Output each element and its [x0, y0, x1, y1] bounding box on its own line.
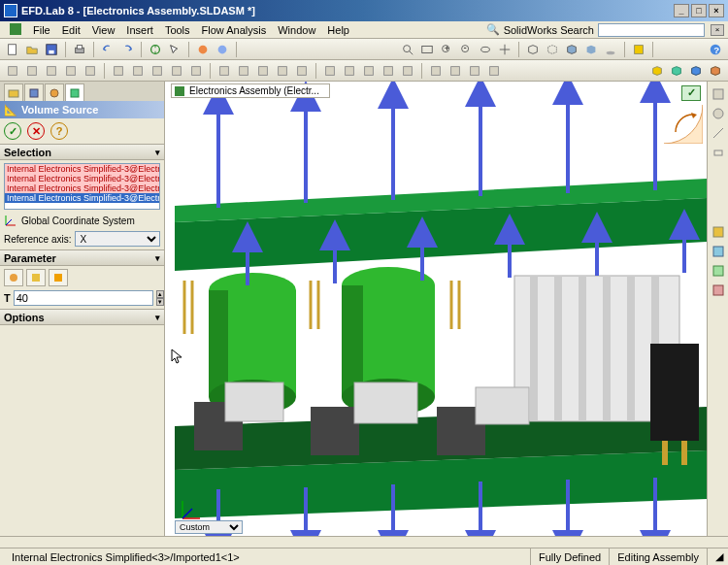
param-btn-2[interactable] [26, 269, 46, 286]
view-orientation-dropdown[interactable]: Custom [175, 520, 243, 534]
tb-redo[interactable] [118, 41, 136, 58]
ref-axis-select[interactable]: X [75, 231, 160, 247]
side-tab-config[interactable] [45, 83, 64, 101]
tb-select[interactable] [166, 41, 183, 58]
selection-item[interactable]: Internal Electronics Simplified-3@Electr [5, 164, 159, 174]
tb-new[interactable] [4, 41, 21, 58]
menu-view[interactable]: View [86, 22, 121, 38]
rb-7[interactable] [710, 262, 727, 280]
temp-spinner[interactable]: ▲▼ [156, 290, 164, 306]
tb2-btn-22[interactable] [466, 62, 483, 80]
tb-shaded[interactable] [582, 41, 600, 58]
tb-zoom-out[interactable]: - [457, 41, 475, 58]
tb2-btn-3[interactable] [62, 62, 80, 80]
tb2-iso2[interactable] [668, 62, 685, 80]
menu-help[interactable]: Help [321, 22, 355, 38]
cancel-button[interactable]: ✕ [27, 122, 45, 140]
tb2-btn-2[interactable] [43, 62, 60, 80]
maximize-button[interactable]: □ [691, 4, 707, 17]
close-button[interactable]: × [709, 4, 724, 17]
selection-item[interactable]: Internal Electronics Simplified-3@Electr [5, 174, 159, 183]
tb-print[interactable] [71, 41, 88, 58]
tb-shadow[interactable] [602, 41, 619, 58]
tb-wireframe[interactable] [524, 41, 542, 58]
tb-rotate[interactable] [477, 41, 494, 58]
tb-zoom-area[interactable] [399, 41, 416, 58]
tb2-btn-17[interactable] [360, 62, 378, 80]
menu-tools[interactable]: Tools [159, 22, 196, 38]
tb2-btn-0[interactable] [4, 62, 21, 80]
rb-6[interactable] [710, 243, 727, 260]
tb2-btn-13[interactable] [274, 62, 291, 80]
param-btn-1[interactable] [4, 269, 23, 286]
selection-list[interactable]: Internal Electronics Simplified-3@Electr… [4, 163, 160, 210]
menu-file[interactable]: File [27, 22, 56, 38]
tb2-btn-1[interactable] [23, 62, 41, 80]
rb-4[interactable] [710, 144, 727, 161]
rb-1[interactable] [710, 85, 727, 103]
side-tab-property[interactable] [24, 83, 44, 101]
selection-header[interactable]: Selection▾ [0, 145, 164, 160]
tb2-btn-5[interactable] [110, 62, 127, 80]
tb-hidden[interactable] [544, 41, 561, 58]
menu-window[interactable]: Window [272, 22, 321, 38]
tb2-btn-16[interactable] [341, 62, 358, 80]
parameter-header[interactable]: Parameter▾ [0, 250, 164, 266]
tb2-btn-6[interactable] [129, 62, 147, 80]
tb-undo[interactable] [99, 41, 116, 58]
tb-pan[interactable] [496, 41, 513, 58]
side-tab-feature[interactable] [4, 83, 23, 101]
tb2-btn-18[interactable] [380, 62, 397, 80]
tb-save[interactable] [43, 41, 60, 58]
tb2-btn-4[interactable] [82, 62, 99, 80]
param-btn-3[interactable] [49, 269, 68, 286]
menu-flow-analysis[interactable]: Flow Analysis [196, 22, 273, 38]
tb2-btn-8[interactable] [168, 62, 185, 80]
menu-insert[interactable]: Insert [120, 22, 159, 38]
menu-edit[interactable]: Edit [56, 22, 86, 38]
minimize-button[interactable]: _ [674, 4, 689, 17]
mdi-close-button[interactable]: × [711, 24, 724, 36]
ok-button[interactable]: ✓ [4, 122, 21, 140]
tb-zoom-fit[interactable] [418, 41, 436, 58]
rb-3[interactable] [710, 124, 727, 142]
tb-color[interactable] [194, 41, 212, 58]
tb2-iso3[interactable] [687, 62, 705, 80]
tb2-btn-12[interactable] [254, 62, 272, 80]
tb2-btn-19[interactable] [399, 62, 416, 80]
viewport-3d[interactable]: Electronics Assembly (Electr... ✓ [165, 82, 707, 536]
help-button[interactable]: ? [50, 122, 68, 140]
tb-rebuild[interactable] [147, 41, 164, 58]
tb-section[interactable] [630, 41, 647, 58]
rb-8[interactable] [710, 282, 727, 299]
tb-help[interactable]: ? [707, 41, 724, 58]
tb-shaded-edges[interactable] [563, 41, 580, 58]
tb2-btn-23[interactable] [485, 62, 503, 80]
tb2-btn-9[interactable] [187, 62, 205, 80]
search-input[interactable] [598, 23, 705, 37]
tb2-btn-15[interactable] [321, 62, 339, 80]
tb2-iso1[interactable] [648, 62, 666, 80]
confirm-checkmark[interactable]: ✓ [681, 85, 701, 101]
selection-item-selected[interactable]: Internal Electronics Simplified-3@Electr [5, 193, 159, 203]
tb2-btn-14[interactable] [293, 62, 311, 80]
document-tab[interactable]: Electronics Assembly (Electr... [171, 83, 330, 98]
menu-sys-icon[interactable] [4, 21, 27, 39]
tb-material[interactable] [214, 41, 231, 58]
options-header[interactable]: Options▾ [0, 310, 164, 325]
tb2-iso4[interactable] [707, 62, 724, 80]
side-tab-flow[interactable] [65, 83, 84, 101]
rb-5[interactable] [710, 223, 727, 241]
temp-input[interactable] [14, 290, 153, 306]
selection-item[interactable]: Internal Electronics Simplified-3@Electr [5, 183, 159, 193]
tb-open[interactable] [23, 41, 41, 58]
rotate-corner[interactable] [664, 105, 703, 144]
tb2-btn-21[interactable] [447, 62, 464, 80]
tb2-btn-11[interactable] [235, 62, 252, 80]
tb-zoom-in[interactable]: + [438, 41, 455, 58]
tb2-btn-20[interactable] [427, 62, 445, 80]
rb-2[interactable] [710, 105, 727, 122]
view-select[interactable]: Custom [175, 520, 243, 534]
tb2-btn-7[interactable] [149, 62, 166, 80]
tb2-btn-10[interactable] [215, 62, 233, 80]
